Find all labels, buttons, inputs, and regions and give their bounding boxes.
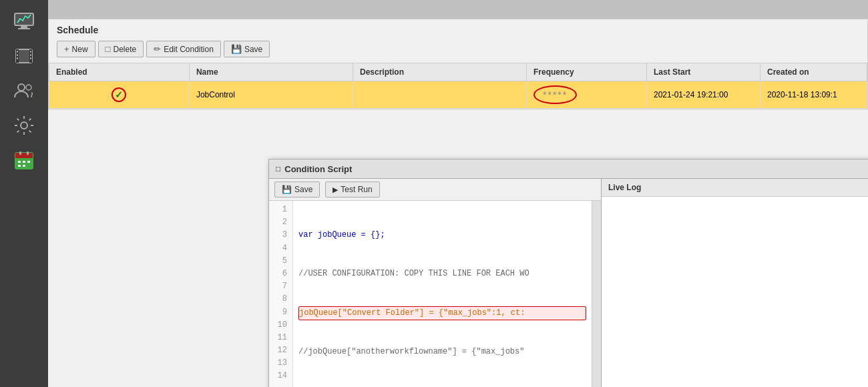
sidebar-item-film[interactable]: [8, 40, 40, 72]
code-line-2: //USER CONFIGURATION: COPY THIS LINE FOR…: [298, 268, 586, 280]
enabled-check: ✓: [112, 87, 126, 102]
live-log-content: [602, 197, 868, 387]
code-content[interactable]: var jobQueue = {}; //USER CONFIGURATION:…: [293, 201, 592, 387]
code-editor[interactable]: 1 2 3 4 5 6 7 8 9 10 11 12 13 14: [269, 201, 601, 387]
main-content: 0 0 0 TEST 12301 0 Schedule + New □ Dele…: [48, 19, 868, 387]
created-on-cell: 2020-11-18 13:09:1: [761, 81, 867, 109]
sidebar-item-calendar[interactable]: [8, 144, 40, 176]
svg-rect-6: [17, 51, 18, 53]
code-save-button[interactable]: 💾 Save: [274, 181, 320, 198]
sidebar-item-users[interactable]: [8, 75, 40, 107]
save-icon: 💾: [231, 44, 242, 54]
new-button[interactable]: + New: [57, 41, 95, 57]
enabled-cell[interactable]: ✓: [49, 81, 190, 109]
col-header-enabled: Enabled: [49, 63, 190, 81]
col-header-last-start: Last Start: [647, 63, 761, 81]
sidebar-item-settings[interactable]: [8, 109, 40, 141]
live-log-panel: Live Log: [602, 179, 868, 387]
condition-header: □ Condition Script − □: [269, 159, 868, 179]
code-line-1: var jobQueue = {};: [298, 229, 586, 242]
test-run-button[interactable]: ▶ Test Run: [325, 181, 379, 198]
code-editor-area: 💾 Save ▶ Test Run 1 2 3 4 5 6: [269, 179, 602, 387]
description-cell: [353, 81, 527, 109]
save-icon: 💾: [282, 185, 292, 194]
col-header-frequency: Frequency: [527, 63, 647, 81]
last-start-cell: 2021-01-24 19:21:00: [647, 81, 761, 109]
name-cell: JobControl: [189, 81, 353, 109]
svg-point-12: [18, 84, 25, 91]
svg-rect-16: [15, 153, 33, 158]
schedule-toolbar: + New □ Delete ✏ Edit Condition 💾 Save: [49, 38, 867, 63]
condition-panel: □ Condition Script − □ 💾 Save ▶ Test Run: [268, 159, 868, 387]
svg-rect-19: [18, 161, 21, 163]
line-numbers: 1 2 3 4 5 6 7 8 9 10 11 12 13 14: [269, 201, 293, 387]
col-header-created-on: Created on: [761, 63, 867, 81]
svg-rect-1: [21, 25, 27, 28]
svg-rect-8: [17, 57, 18, 59]
condition-title: □ Condition Script: [276, 164, 352, 174]
edit-condition-button[interactable]: ✏ Edit Condition: [146, 41, 221, 57]
condition-body: 💾 Save ▶ Test Run 1 2 3 4 5 6: [269, 179, 868, 387]
schedule-panel: Schedule + New □ Delete ✏ Edit Condition…: [48, 19, 868, 109]
svg-point-13: [26, 85, 31, 90]
svg-rect-18: [27, 151, 29, 155]
svg-rect-20: [23, 161, 25, 163]
play-icon: ▶: [333, 185, 338, 194]
svg-rect-2: [18, 28, 30, 29]
code-line-5: [298, 384, 586, 387]
svg-rect-23: [23, 165, 25, 167]
col-header-description: Description: [353, 63, 527, 81]
live-log-header: Live Log: [602, 179, 868, 197]
table-row[interactable]: ✓ JobControl ***** 2021-01-24 19:21:00 2…: [49, 81, 867, 109]
col-header-name: Name: [189, 63, 353, 81]
frequency-value: *****: [533, 85, 577, 104]
svg-rect-22: [18, 165, 21, 167]
save-schedule-button[interactable]: 💾 Save: [224, 41, 270, 57]
delete-icon: □: [105, 44, 111, 54]
svg-rect-21: [27, 161, 30, 163]
delete-button[interactable]: □ Delete: [98, 41, 144, 57]
frequency-cell: *****: [527, 81, 647, 109]
sidebar: [0, 0, 48, 387]
svg-point-14: [21, 122, 27, 129]
schedule-table: Enabled Name Description Frequency Last …: [49, 63, 867, 109]
svg-rect-7: [17, 54, 18, 56]
edit-icon: ✏: [154, 44, 161, 54]
condition-title-icon: □: [276, 164, 280, 173]
svg-rect-10: [30, 54, 31, 56]
vertical-scrollbar[interactable]: [592, 201, 601, 387]
code-toolbar: 💾 Save ▶ Test Run: [269, 179, 601, 201]
svg-rect-9: [30, 51, 31, 53]
code-line-3: jobQueue["Convert Folder"] = {"max_jobs"…: [298, 306, 586, 320]
svg-rect-17: [19, 151, 21, 155]
svg-rect-11: [30, 57, 31, 59]
code-line-4: //jobQueue["anotherworkflowname"] = {"ma…: [298, 346, 586, 358]
schedule-title: Schedule: [49, 19, 867, 38]
plus-icon: +: [64, 44, 69, 54]
sidebar-item-monitor[interactable]: [8, 5, 40, 37]
